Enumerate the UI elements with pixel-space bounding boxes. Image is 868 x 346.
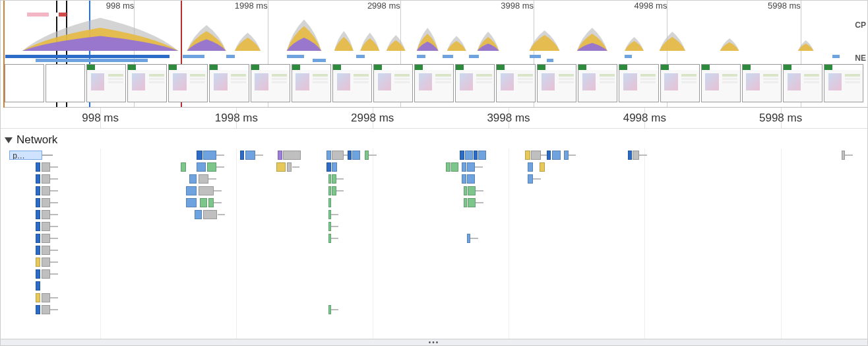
filmstrip-frame[interactable] — [46, 64, 85, 102]
network-request-row[interactable] — [1, 291, 867, 304]
panel-resize-handle[interactable]: ••• — [1, 339, 867, 345]
network-request-row[interactable] — [1, 196, 867, 209]
filmstrip-frame[interactable] — [251, 64, 290, 102]
network-request[interactable] — [474, 151, 477, 160]
network-request[interactable] — [462, 174, 466, 184]
filmstrip-frame[interactable] — [86, 64, 126, 102]
network-request[interactable] — [42, 246, 50, 255]
network-request-row[interactable] — [1, 303, 867, 316]
network-request[interactable] — [42, 305, 50, 314]
network-request-row[interactable] — [1, 184, 867, 197]
network-request[interactable] — [199, 186, 214, 195]
network-request[interactable] — [328, 186, 331, 195]
network-request[interactable] — [36, 258, 41, 267]
network-request[interactable] — [42, 222, 50, 231]
network-request[interactable] — [36, 246, 41, 255]
network-request[interactable] — [451, 162, 458, 172]
network-request[interactable] — [42, 198, 50, 207]
network-request[interactable] — [332, 162, 337, 172]
network-request[interactable] — [552, 151, 561, 160]
network-request-row[interactable] — [1, 220, 867, 233]
network-request[interactable] — [195, 210, 202, 219]
network-request[interactable] — [186, 198, 197, 207]
network-request[interactable] — [42, 293, 50, 302]
network-request[interactable] — [531, 151, 540, 160]
filmstrip-frame[interactable] — [660, 64, 700, 102]
network-request-row[interactable]: p… — [1, 149, 867, 162]
network-request[interactable] — [42, 258, 50, 267]
network-request-row[interactable] — [1, 160, 867, 174]
network-request[interactable] — [467, 174, 475, 184]
network-request[interactable] — [203, 210, 217, 219]
filmstrip-frame[interactable] — [209, 64, 249, 102]
filmstrip-frame[interactable] — [373, 64, 413, 102]
network-request[interactable] — [283, 151, 300, 160]
network-request-row[interactable] — [1, 208, 867, 221]
filmstrip-frame[interactable] — [5, 64, 44, 102]
network-request-row[interactable] — [1, 244, 867, 257]
network-request[interactable] — [468, 198, 476, 207]
network-request[interactable]: p… — [9, 151, 42, 160]
network-request[interactable] — [278, 151, 282, 160]
network-request[interactable] — [326, 151, 331, 160]
network-request[interactable] — [446, 162, 450, 172]
filmstrip-frame[interactable] — [332, 64, 372, 102]
main-time-ruler[interactable]: 998 ms1998 ms2998 ms3998 ms4998 ms5998 m… — [1, 108, 867, 129]
network-request[interactable] — [464, 186, 467, 195]
network-request[interactable] — [348, 151, 352, 160]
network-request[interactable] — [460, 151, 464, 160]
filmstrip-frame[interactable] — [701, 64, 741, 102]
network-request[interactable] — [36, 293, 41, 302]
network-request[interactable] — [186, 186, 197, 195]
network-request[interactable] — [287, 162, 292, 172]
filmstrip-frame[interactable] — [742, 64, 782, 102]
network-request[interactable] — [199, 174, 209, 184]
network-request[interactable] — [36, 198, 41, 207]
network-request[interactable] — [352, 151, 360, 160]
filmstrip-frame[interactable] — [537, 64, 576, 102]
network-request[interactable] — [328, 174, 331, 184]
network-request[interactable] — [464, 198, 467, 207]
network-request[interactable] — [465, 151, 473, 160]
network-request[interactable] — [197, 151, 202, 160]
network-request[interactable] — [326, 162, 331, 172]
network-section-header[interactable]: Network — [5, 131, 57, 149]
filmstrip-frame[interactable] — [496, 64, 536, 102]
filmstrip-frame[interactable] — [292, 64, 331, 102]
network-request[interactable] — [36, 234, 41, 243]
network-request[interactable] — [200, 198, 207, 207]
network-request[interactable] — [633, 151, 640, 160]
network-request[interactable] — [467, 162, 475, 172]
network-request[interactable] — [36, 281, 41, 291]
network-request[interactable] — [42, 186, 50, 195]
filmstrip-frame[interactable] — [619, 64, 658, 102]
network-request[interactable] — [36, 174, 41, 184]
network-request[interactable] — [36, 305, 41, 314]
network-request[interactable] — [547, 151, 551, 160]
network-request[interactable] — [332, 151, 344, 160]
network-request[interactable] — [36, 222, 41, 231]
filmstrip-frame[interactable] — [455, 64, 495, 102]
network-request[interactable] — [36, 162, 41, 172]
network-request-row[interactable] — [1, 232, 867, 245]
network-request[interactable] — [36, 186, 41, 195]
network-request[interactable] — [42, 174, 50, 184]
network-request[interactable] — [332, 174, 336, 184]
network-request[interactable] — [207, 162, 216, 172]
network-request[interactable] — [525, 151, 530, 160]
filmstrip-frame[interactable] — [783, 64, 822, 102]
network-request[interactable] — [328, 198, 331, 207]
network-request[interactable] — [42, 162, 50, 172]
network-request[interactable] — [42, 269, 50, 279]
filmstrip-frame[interactable] — [127, 64, 167, 102]
network-request-row[interactable] — [1, 172, 867, 186]
network-request[interactable] — [540, 162, 545, 172]
network-request-row[interactable] — [1, 256, 867, 269]
network-request[interactable] — [628, 151, 631, 160]
network-request[interactable] — [245, 151, 256, 160]
network-request[interactable] — [468, 186, 476, 195]
filmstrip-frame[interactable] — [168, 64, 208, 102]
network-request[interactable] — [276, 162, 286, 172]
filmstrip-frame[interactable] — [578, 64, 617, 102]
network-request-row[interactable] — [1, 267, 867, 281]
